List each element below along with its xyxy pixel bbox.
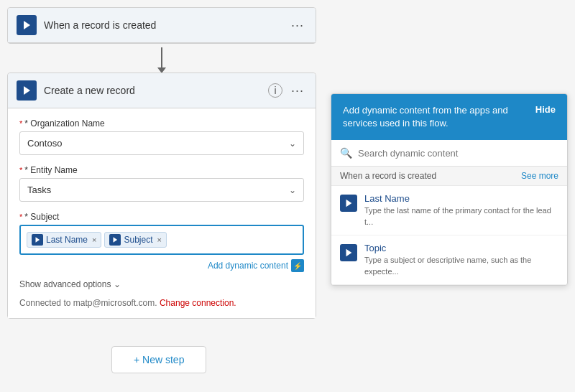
entity-chevron-icon: ⌄: [289, 185, 296, 195]
action-card-title: Create a new record: [44, 85, 268, 96]
trigger-card: When a record is created ···: [7, 7, 316, 44]
hide-panel-button[interactable]: Hide: [535, 104, 556, 115]
svg-marker-4: [346, 200, 352, 207]
see-more-link[interactable]: See more: [521, 171, 558, 181]
dynamic-search-input[interactable]: [358, 148, 558, 159]
search-icon: 🔍: [340, 147, 352, 159]
dynamic-item-lastname-desc: Type the last name of the primary contac…: [364, 205, 558, 228]
chip-lastname: Last Name ×: [27, 232, 101, 248]
dynamic-item-lastname-name: Last Name: [364, 193, 558, 204]
org-field-value: Contoso: [27, 138, 62, 149]
chip-subject: Subject ×: [104, 232, 166, 248]
dynamic-item-topic-content: Topic Type a subject or descriptive name…: [364, 243, 558, 277]
new-step-container: + New step: [111, 346, 206, 373]
show-advanced-label: Show advanced options: [19, 279, 111, 289]
add-dynamic-link-row: Add dynamic content ⚡: [19, 259, 304, 272]
action-card: Create a new record i ··· * * Organizati…: [7, 73, 316, 319]
show-advanced-options[interactable]: Show advanced options ⌄: [19, 279, 304, 289]
connection-info: Connected to matp@microsoft.com. Change …: [19, 298, 304, 308]
dynamic-search-bar: 🔍: [331, 140, 567, 167]
svg-marker-1: [24, 86, 30, 95]
trigger-card-title: When a record is created: [44, 19, 288, 31]
chip-subject-label: Subject: [124, 235, 152, 245]
svg-marker-2: [36, 237, 40, 243]
action-card-body: * * Organization Name Contoso ⌄ * * Enti…: [8, 108, 316, 318]
dynamic-panel-header: Add dynamic content from the apps and se…: [331, 94, 567, 140]
action-card-icon: [17, 80, 37, 101]
dynamic-item-lastname-content: Last Name Type the last name of the prim…: [364, 193, 558, 228]
dynamic-content-panel: Add dynamic content from the apps and se…: [331, 93, 568, 286]
dynamic-item-topic-icon: [340, 244, 357, 261]
entity-field-label: * * Entity Name: [19, 165, 304, 175]
svg-marker-3: [114, 237, 118, 243]
change-connection-link[interactable]: Change connection.: [160, 298, 236, 308]
flash-icon: ⚡: [291, 259, 304, 272]
trigger-card-menu-button[interactable]: ···: [288, 18, 307, 33]
dynamic-item-lastname-icon: [340, 195, 357, 212]
add-dynamic-content-link[interactable]: Add dynamic content: [208, 261, 288, 271]
action-card-info-button[interactable]: i: [268, 83, 282, 98]
chip-subject-close[interactable]: ×: [157, 235, 162, 244]
chip-subject-icon: [109, 234, 121, 246]
trigger-card-icon: [17, 15, 37, 35]
new-step-button[interactable]: + New step: [111, 346, 206, 373]
arrow-connector: [7, 44, 316, 73]
entity-field-select[interactable]: Tasks ⌄: [19, 178, 304, 202]
dynamic-item-topic[interactable]: Topic Type a subject or descriptive name…: [331, 235, 567, 285]
svg-marker-0: [24, 21, 30, 29]
dynamic-item-topic-name: Topic: [364, 243, 558, 253]
svg-marker-5: [346, 249, 352, 257]
section-title: When a record is created: [340, 171, 436, 181]
action-card-header: Create a new record i ···: [8, 73, 316, 108]
dynamic-section-header: When a record is created See more: [331, 167, 567, 186]
entity-field-value: Tasks: [27, 185, 51, 195]
subject-field-container[interactable]: Last Name × Subject ×: [19, 225, 304, 255]
trigger-card-header: When a record is created ···: [8, 8, 316, 43]
show-advanced-chevron: ⌄: [114, 279, 121, 289]
chip-lastname-icon: [32, 234, 43, 246]
org-field-select[interactable]: Contoso ⌄: [19, 131, 304, 155]
dynamic-panel-title: Add dynamic content from the apps and se…: [343, 104, 527, 130]
chip-lastname-close[interactable]: ×: [92, 235, 96, 244]
org-chevron-icon: ⌄: [289, 139, 296, 149]
chip-lastname-label: Last Name: [46, 235, 88, 245]
dynamic-item-lastname[interactable]: Last Name Type the last name of the prim…: [331, 186, 567, 235]
dynamic-item-topic-desc: Type a subject or descriptive name, such…: [364, 255, 558, 277]
arrow-line: [161, 47, 162, 69]
action-card-menu-button[interactable]: ···: [288, 83, 307, 98]
org-field-label: * * Organization Name: [19, 118, 304, 129]
subject-field-label: * * Subject: [19, 212, 304, 222]
connection-text: Connected to matp@microsoft.com.: [19, 298, 157, 308]
